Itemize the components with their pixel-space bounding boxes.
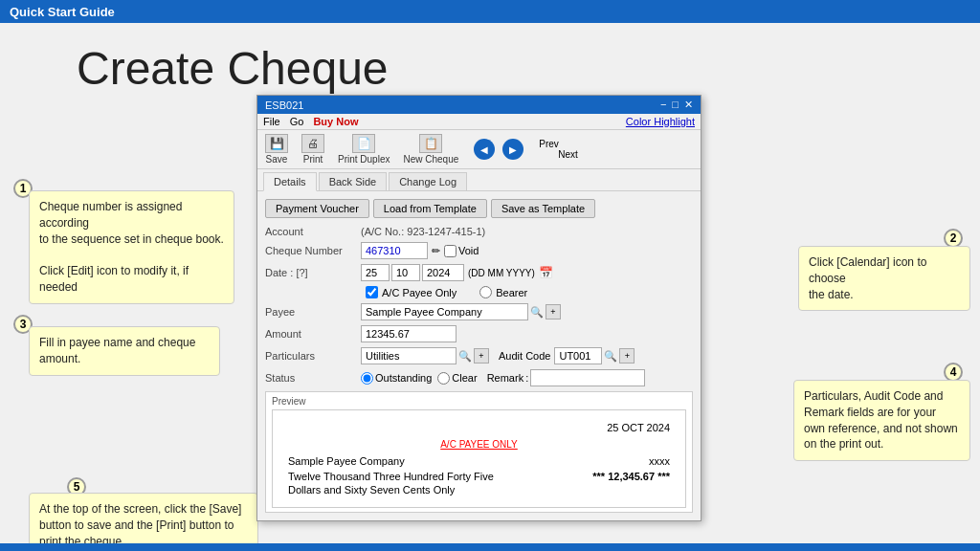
date-label: Date : [?] bbox=[265, 267, 361, 278]
print-button[interactable]: 🖨 Print bbox=[301, 134, 324, 165]
menu-go[interactable]: Go bbox=[290, 116, 304, 127]
cheque-preview-xxxx: xxxx bbox=[649, 455, 670, 467]
audit-add-button[interactable]: + bbox=[619, 348, 635, 364]
status-clear-radio[interactable] bbox=[437, 372, 450, 385]
tooltip-number-4: 4 bbox=[944, 363, 963, 382]
window-controls[interactable]: − □ ✕ bbox=[660, 99, 693, 111]
account-row: Account (A/C No.: 923-1247-415-1) bbox=[265, 226, 693, 237]
payee-row: Payee 🔍 + bbox=[265, 303, 693, 320]
payment-voucher-button[interactable]: Payment Voucher bbox=[265, 199, 369, 218]
new-cheque-button[interactable]: 📋 New Cheque bbox=[403, 134, 458, 165]
cheque-number-label: Cheque Number bbox=[265, 245, 361, 256]
status-outstanding-label: Outstanding bbox=[375, 372, 432, 384]
remark-label: Remark bbox=[487, 372, 524, 384]
tab-change-log[interactable]: Change Log bbox=[389, 172, 467, 190]
tooltip-box-2: Click [Calendar] icon to choose the date… bbox=[798, 246, 970, 311]
particulars-search-icon[interactable]: 🔍 bbox=[458, 350, 472, 363]
cheque-number-input[interactable] bbox=[361, 242, 428, 259]
tab-details[interactable]: Details bbox=[263, 172, 317, 191]
form-area: Payment Voucher Load from Template Save … bbox=[257, 191, 701, 520]
tooltip-number-2: 2 bbox=[944, 229, 963, 248]
cheque-preview-payee: Sample Payee Company bbox=[288, 455, 405, 467]
amount-label: Amount bbox=[265, 328, 361, 340]
save-template-button[interactable]: Save as Template bbox=[491, 199, 595, 218]
status-row: Status Outstanding Clear Remark : bbox=[265, 369, 693, 386]
status-clear-label: Clear bbox=[452, 372, 477, 384]
calendar-icon[interactable]: 📅 bbox=[539, 266, 553, 279]
remark-input[interactable] bbox=[530, 369, 645, 386]
tab-bar: Details Back Side Change Log bbox=[257, 169, 701, 191]
toolbar: 💾 Save 🖨 Print 📄 Print Duplex 📋 New Cheq… bbox=[257, 130, 701, 169]
status-outstanding-radio[interactable] bbox=[361, 372, 373, 385]
amount-input[interactable] bbox=[361, 325, 457, 342]
save-button[interactable]: 💾 Save bbox=[265, 134, 288, 165]
tooltip-box-1: Cheque number is assigned according to t… bbox=[29, 190, 234, 304]
menu-color-highlight[interactable]: Color Highlight bbox=[626, 116, 695, 127]
account-value: (A/C No.: 923-1247-415-1) bbox=[361, 226, 485, 237]
payee-input[interactable] bbox=[361, 303, 528, 320]
new-cheque-icon: 📋 bbox=[419, 134, 442, 153]
minimize-button[interactable]: − bbox=[660, 99, 666, 111]
preview-section: Preview 25 OCT 2024 A/C PAYEE ONLY Sampl… bbox=[265, 391, 693, 513]
window-titlebar: ESB021 − □ ✕ bbox=[257, 96, 701, 114]
maximize-button[interactable]: □ bbox=[672, 99, 679, 111]
date-day-input[interactable] bbox=[361, 264, 390, 281]
payee-search-icon[interactable]: 🔍 bbox=[530, 306, 544, 319]
audit-code-input[interactable] bbox=[554, 347, 602, 364]
print-icon: 🖨 bbox=[301, 134, 324, 153]
window-title: ESB021 bbox=[265, 99, 303, 111]
action-buttons: Payment Voucher Load from Template Save … bbox=[265, 199, 693, 218]
date-year-input[interactable] bbox=[422, 264, 464, 281]
date-month-input[interactable] bbox=[391, 264, 420, 281]
particulars-input[interactable] bbox=[361, 347, 457, 364]
ac-payee-only-checkbox[interactable] bbox=[366, 286, 378, 298]
page-title: Create Cheque bbox=[0, 23, 980, 104]
particulars-add-button[interactable]: + bbox=[474, 348, 489, 364]
load-template-button[interactable]: Load from Template bbox=[373, 199, 487, 218]
tooltip-box-4: Particulars, Audit Code and Remark field… bbox=[793, 380, 970, 461]
payee-label: Payee bbox=[265, 306, 361, 318]
cheque-preview-amount-words: Twelve Thousand Three Hundred Forty Five… bbox=[288, 471, 670, 482]
particulars-row: Particulars 🔍 + Audit Code 🔍 + bbox=[265, 347, 693, 364]
preview-label: Preview bbox=[272, 396, 686, 407]
date-row: Date : [?] (DD MM YYYY) 📅 bbox=[265, 264, 693, 281]
cheque-preview-date: 25 OCT 2024 bbox=[288, 422, 670, 433]
menu-bar: File Go Buy Now Color Highlight bbox=[257, 114, 701, 130]
bearer-radio[interactable] bbox=[479, 286, 492, 298]
audit-search-icon[interactable]: 🔍 bbox=[604, 350, 617, 363]
menu-buy-now[interactable]: Buy Now bbox=[313, 116, 358, 127]
date-format: (DD MM YYYY) bbox=[468, 268, 535, 278]
payee-add-button[interactable]: + bbox=[546, 304, 561, 320]
tooltip-box-5: At the top of the screen, click the [Sav… bbox=[29, 493, 258, 551]
print-duplex-button[interactable]: 📄 Print Duplex bbox=[338, 134, 390, 165]
top-bar: Quick Start Guide bbox=[0, 0, 980, 23]
cheque-preview-amount-words2: Dollars and Sixty Seven Cents Only bbox=[288, 484, 670, 496]
tab-back-side[interactable]: Back Side bbox=[319, 172, 388, 190]
cheque-preview-payee-row: Sample Payee Company xxxx bbox=[288, 455, 670, 467]
cheque-preview-ac-payee: A/C PAYEE ONLY bbox=[288, 439, 670, 450]
particulars-label: Particulars bbox=[265, 350, 361, 362]
close-button[interactable]: ✕ bbox=[684, 99, 693, 111]
tooltip-box-3: Fill in payee name and cheque amount. bbox=[29, 326, 220, 376]
cheque-preview: 25 OCT 2024 A/C PAYEE ONLY Sample Payee … bbox=[272, 409, 686, 508]
payee-options-row: A/C Payee Only Bearer bbox=[265, 286, 693, 298]
cheque-preview-amount-num: *** 12,345.67 *** bbox=[592, 471, 670, 482]
void-label: Void bbox=[458, 245, 479, 256]
print-duplex-icon: 📄 bbox=[352, 134, 375, 153]
prev-button[interactable]: ◀ bbox=[474, 139, 495, 160]
audit-code-label: Audit Code bbox=[499, 350, 550, 362]
next-button[interactable]: ▶ bbox=[502, 139, 523, 160]
status-label: Status bbox=[265, 372, 361, 384]
amount-row: Amount bbox=[265, 325, 693, 342]
account-label: Account bbox=[265, 226, 361, 237]
save-icon: 💾 bbox=[265, 134, 288, 153]
cheque-number-row: Cheque Number ✏ Void bbox=[265, 242, 693, 259]
ac-payee-only-label: A/C Payee Only bbox=[382, 287, 457, 298]
void-checkbox[interactable] bbox=[444, 245, 457, 257]
menu-file[interactable]: File bbox=[263, 116, 280, 127]
bearer-label: Bearer bbox=[496, 287, 527, 298]
application-window: ESB021 − □ ✕ File Go Buy Now Color Highl… bbox=[256, 95, 702, 521]
bottom-bar bbox=[0, 543, 980, 551]
top-bar-title: Quick Start Guide bbox=[10, 5, 115, 19]
